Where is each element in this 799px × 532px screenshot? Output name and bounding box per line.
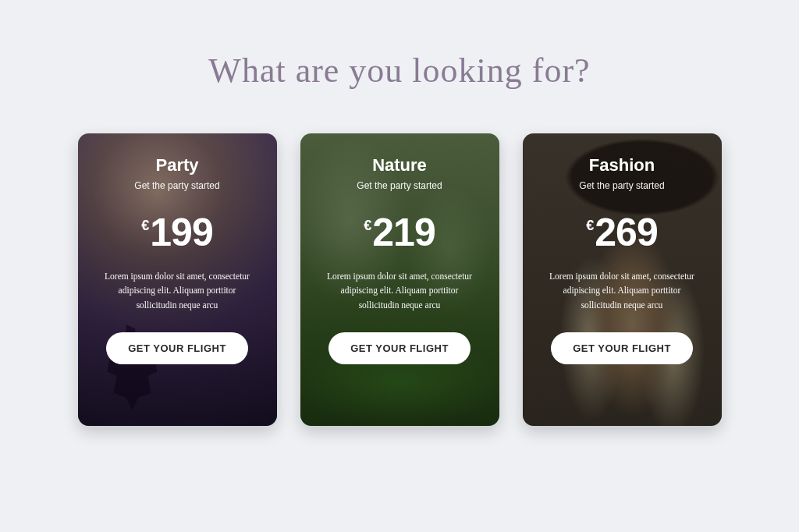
card-subtitle: Get the party started: [579, 180, 664, 191]
price-row: € 269: [586, 213, 657, 252]
cards-container: Party Get the party started € 199 Lorem …: [78, 133, 722, 426]
card-description: Lorem ipsum dolor sit amet, consectetur …: [95, 269, 260, 312]
card-title: Nature: [372, 155, 427, 176]
card-fashion[interactable]: Fashion Get the party started € 269 Lore…: [523, 133, 722, 426]
get-flight-button[interactable]: GET YOUR FLIGHT: [328, 332, 471, 364]
page-heading: What are you looking for?: [208, 51, 590, 90]
card-description: Lorem ipsum dolor sit amet, consectetur …: [540, 269, 705, 312]
price-row: € 219: [364, 213, 435, 252]
get-flight-button[interactable]: GET YOUR FLIGHT: [551, 332, 693, 364]
get-flight-button[interactable]: GET YOUR FLIGHT: [106, 332, 248, 364]
currency-symbol: €: [586, 218, 594, 234]
currency-symbol: €: [141, 218, 149, 234]
card-subtitle: Get the party started: [357, 180, 442, 191]
card-subtitle: Get the party started: [134, 180, 219, 191]
card-description: Lorem ipsum dolor sit amet, consectetur …: [318, 269, 482, 312]
price-value: 199: [150, 213, 212, 252]
currency-symbol: €: [364, 218, 371, 234]
card-title: Fashion: [589, 155, 655, 176]
card-title: Party: [155, 155, 198, 176]
card-nature[interactable]: Nature Get the party started € 219 Lorem…: [300, 133, 499, 426]
card-party[interactable]: Party Get the party started € 199 Lorem …: [78, 133, 277, 426]
price-value: 269: [595, 213, 657, 252]
price-value: 219: [372, 213, 435, 252]
price-row: € 199: [141, 213, 212, 252]
